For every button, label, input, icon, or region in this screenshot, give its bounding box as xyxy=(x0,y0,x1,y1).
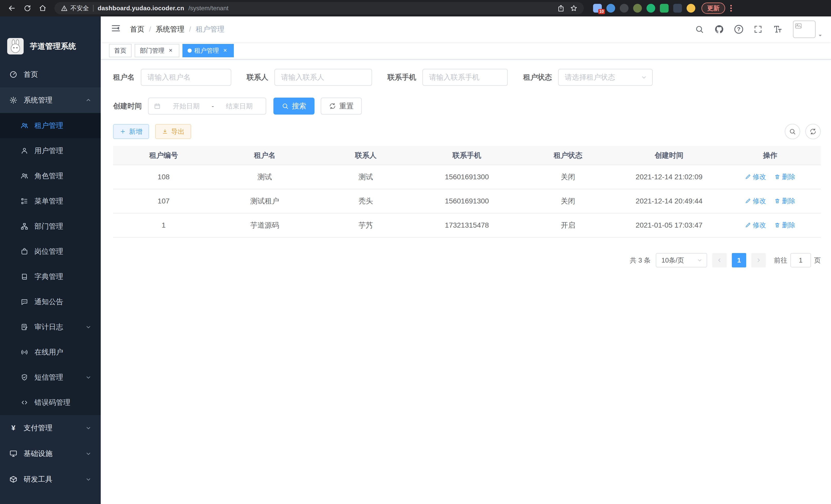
refresh-table-button[interactable] xyxy=(805,124,821,139)
add-button[interactable]: 新增 xyxy=(113,124,149,139)
warning-icon xyxy=(61,5,68,12)
edit-link[interactable]: 修改 xyxy=(745,172,766,181)
extension-icon-5[interactable] xyxy=(647,4,655,12)
col-created: 创建时间 xyxy=(619,146,719,165)
search-button[interactable]: 搜索 xyxy=(274,98,315,115)
security-chip[interactable]: 不安全 xyxy=(61,4,89,12)
reset-button-label: 重置 xyxy=(339,101,353,111)
extension-icon-2[interactable] xyxy=(606,4,615,12)
help-icon[interactable] xyxy=(735,25,743,34)
tab-close-icon[interactable] xyxy=(167,47,174,54)
sidebar-item-menu[interactable]: 菜单管理 xyxy=(0,188,101,214)
search-icon[interactable] xyxy=(695,25,704,34)
sidebar-item-home[interactable]: 首页 xyxy=(0,62,101,87)
page-size-select[interactable]: 10条/页 xyxy=(656,253,707,267)
tenant-table: 租户编号 租户名 联系人 联系手机 租户状态 创建时间 操作 108 测试 xyxy=(113,146,821,238)
user-menu[interactable] xyxy=(793,21,823,38)
font-size-icon[interactable] xyxy=(773,24,783,34)
breadcrumb: 首页 / 系统管理 / 租户管理 xyxy=(130,24,225,34)
sidebar-item-post[interactable]: 岗位管理 xyxy=(0,239,101,264)
create-time-range-picker[interactable]: 开始日期 - 结束日期 xyxy=(148,98,266,115)
tab-tenant[interactable]: 租户管理 xyxy=(182,44,234,57)
breadcrumb-system[interactable]: 系统管理 xyxy=(156,24,184,34)
extension-icon-7[interactable] xyxy=(673,4,682,12)
sidebar-item-dept[interactable]: 部门管理 xyxy=(0,214,101,239)
avatar[interactable] xyxy=(793,21,815,38)
cell-status: 开启 xyxy=(517,213,619,237)
sidebar-item-dict[interactable]: 字典管理 xyxy=(0,264,101,289)
sidebar-item-label: 在线用户 xyxy=(34,347,63,357)
sidebar-item-role[interactable]: 角色管理 xyxy=(0,164,101,188)
cell-actions: 修改删除 xyxy=(720,165,821,189)
extension-icon-1[interactable]: 10 xyxy=(593,4,602,12)
cell-tenant-name: 芋道源码 xyxy=(214,213,315,237)
contact-input[interactable] xyxy=(275,69,372,86)
goto-page-input[interactable] xyxy=(791,253,811,267)
code-icon xyxy=(21,399,28,406)
mobile-label: 联系手机 xyxy=(388,72,416,82)
browser-back-button[interactable] xyxy=(5,2,19,15)
browser-home-button[interactable] xyxy=(36,2,49,15)
bookmark-star-icon[interactable] xyxy=(570,4,578,12)
sidebar-item-tenant[interactable]: 租户管理 xyxy=(0,113,101,138)
tab-close-icon[interactable] xyxy=(222,47,229,54)
sidebar-item-label: 字典管理 xyxy=(34,272,63,281)
tab-home[interactable]: 首页 xyxy=(109,44,132,57)
delete-link[interactable]: 删除 xyxy=(774,197,795,206)
share-icon[interactable] xyxy=(557,4,565,12)
sidebar-item-devtools[interactable]: 研发工具 xyxy=(0,467,101,492)
delete-link[interactable]: 删除 xyxy=(774,221,795,230)
sidebar-item-label: 错误码管理 xyxy=(34,398,70,407)
chevron-right-icon xyxy=(755,257,762,263)
breadcrumb-home[interactable]: 首页 xyxy=(130,24,144,34)
delete-link[interactable]: 删除 xyxy=(774,172,795,181)
tab-dept[interactable]: 部门管理 xyxy=(135,44,179,57)
extension-icon-3[interactable] xyxy=(620,4,629,12)
browser-reload-button[interactable] xyxy=(21,2,34,15)
edit-link[interactable]: 修改 xyxy=(745,221,766,230)
sidebar-item-label: 用户管理 xyxy=(34,146,63,156)
status-select[interactable]: 请选择租户状态 xyxy=(558,69,653,86)
sidebar-item-audit-log[interactable]: 审计日志 xyxy=(0,315,101,339)
cell-contact: 秃头 xyxy=(315,189,416,213)
github-icon[interactable] xyxy=(714,24,724,34)
extension-icon-8[interactable] xyxy=(687,4,695,12)
browser-update-button[interactable]: 更新 xyxy=(701,3,725,14)
sidebar-item-label: 角色管理 xyxy=(34,171,63,181)
sidebar-item-system[interactable]: 系统管理 xyxy=(0,87,101,113)
monitor-icon xyxy=(9,449,18,458)
col-phone: 联系手机 xyxy=(416,146,517,165)
sidebar-logo[interactable]: 芋道管理系统 xyxy=(0,17,101,62)
sidebar-item-label: 支付管理 xyxy=(24,423,52,433)
sidebar-item-pay[interactable]: ¥ 支付管理 xyxy=(0,415,101,441)
export-button[interactable]: 导出 xyxy=(155,124,191,139)
sidebar-item-label: 研发工具 xyxy=(24,474,52,484)
toggle-search-button[interactable] xyxy=(785,124,800,139)
prev-page-button[interactable] xyxy=(712,253,727,267)
address-bar[interactable]: 不安全 dashboard.yudao.iocoder.cn /system/t… xyxy=(55,2,584,14)
next-page-button[interactable] xyxy=(751,253,766,267)
sidebar-item-online-user[interactable]: 在线用户 xyxy=(0,339,101,365)
edit-link[interactable]: 修改 xyxy=(745,197,766,206)
browser-chrome: 不安全 dashboard.yudao.iocoder.cn /system/t… xyxy=(0,0,831,17)
extension-icon-6[interactable] xyxy=(660,4,668,12)
page-number-button[interactable]: 1 xyxy=(732,253,746,267)
sidebar-item-infra[interactable]: 基础设施 xyxy=(0,441,101,467)
tenant-users-icon xyxy=(21,122,28,129)
fullscreen-icon[interactable] xyxy=(753,25,763,34)
sidebar-submenu-system: 租户管理 用户管理 角色管理 菜单管理 部门管理 xyxy=(0,113,101,415)
chevron-down-icon xyxy=(85,324,91,330)
table-toolbar: 新增 导出 xyxy=(113,124,821,139)
reset-button[interactable]: 重置 xyxy=(321,98,362,115)
extension-icon-4[interactable] xyxy=(633,4,642,12)
hamburger-icon[interactable] xyxy=(109,21,123,37)
browser-menu-icon[interactable] xyxy=(727,5,735,11)
cell-contact: 芋艿 xyxy=(315,213,416,237)
tenant-name-input[interactable] xyxy=(141,69,231,86)
mobile-input[interactable] xyxy=(423,69,508,86)
sidebar-item-sms[interactable]: 短信管理 xyxy=(0,365,101,390)
yen-icon: ¥ xyxy=(9,424,18,432)
sidebar-item-error-code[interactable]: 错误码管理 xyxy=(0,390,101,415)
sidebar-item-notice[interactable]: 通知公告 xyxy=(0,289,101,315)
sidebar-item-user[interactable]: 用户管理 xyxy=(0,138,101,164)
